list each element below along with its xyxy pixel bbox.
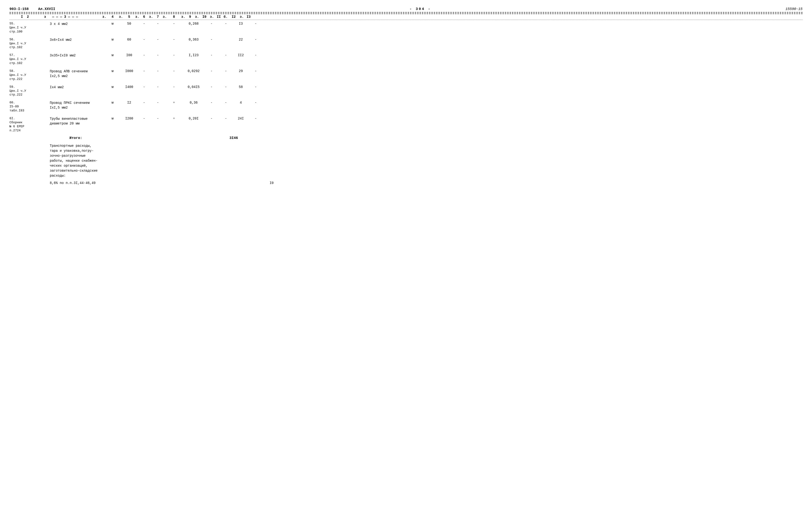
row-unit: м [107,53,118,57]
row-c6: - [153,85,163,89]
page-number: - 304 - [409,7,431,11]
row-description: 3 х 4 мм2 [50,22,102,27]
row-c13: - [251,85,260,89]
column-headers: I 2 з — — — 3 — — — з. 4 з. 5 з. 6 з. 7 … [10,14,802,20]
row-c10: - [221,117,231,120]
row-number: 60. [10,101,15,104]
header-left: 903-I-158 Ал.XXVII [10,7,55,11]
row-c5: - [139,53,149,57]
percent-value: I0 [266,181,277,185]
row-qty: I400 [123,85,135,89]
row-c6: - [153,69,163,73]
row-number: 58. [10,69,15,73]
row-c8: 0,04I5 [185,85,202,89]
row-number-ref: 6I. Сборник№ 6 ЕРЕРп.2724 [10,117,40,133]
row-c8: I,I23 [185,53,202,57]
row-unit: м [107,101,118,104]
row-qty: I200 [123,117,135,120]
col-header-5: 5 [123,15,135,19]
page-header: 903-I-158 Ал.XXVII - 304 - 15590-15 [10,7,802,11]
col-header-12: I2 [228,15,240,19]
row-c6: - [153,117,163,120]
row-c8: 0,0292 [185,69,202,73]
row-ref: Цен.I ч.Устр.100 [10,26,40,34]
row-ref: I5-09табл.I83 [10,105,40,113]
row-number: 59. [10,85,15,89]
row-number-ref: 60. I5-09табл.I83 [10,101,40,113]
table-row: 55. Цен.I ч.Устр.100 3 х 4 мм2 м 50 - - … [10,20,802,36]
table-row: 60. I5-09табл.I83 Провод ПРКС сечениемIх… [10,99,802,115]
row-c9: - [206,22,217,26]
percent-text: 8,6% по п.п.3I,44-46,49 [50,181,140,185]
row-c13: - [251,38,260,42]
col-header-z3: з. [118,15,123,19]
row-c12: 29 [235,69,247,73]
row-c9: - [206,69,217,73]
row-unit: м [107,38,118,42]
total-row: Итого: 3I46 [10,135,802,142]
row-number: 57. [10,53,15,57]
col-header-13: I3 [244,15,253,19]
row-c6: - [153,101,163,104]
col-header-z8: з. [195,15,199,19]
row-c5: - [139,85,149,89]
row-qty: I2 [123,101,135,104]
col-header-7: 7 [153,15,163,19]
table-body: 55. Цен.I ч.Устр.100 3 х 4 мм2 м 50 - - … [10,20,802,135]
row-number-ref: 57. Цен.I ч.Устр.102 [10,53,40,66]
header-divider [10,12,802,13]
row-c12: II2 [235,53,247,57]
row-c12: I3 [235,22,247,26]
row-c6: - [153,22,163,26]
table-row: 6I. Сборник№ 6 ЕРЕРп.2724 Трубы виниплас… [10,115,802,135]
percent-row: 8,6% по п.п.3I,44-46,49 I0 [10,180,802,186]
row-c8: 0,20I [185,117,202,120]
row-number-ref: 58. Цен.I ч.Устр.222 [10,69,40,81]
row-c9: - [206,53,217,57]
row-c9: - [206,117,217,120]
row-c13: - [251,22,260,26]
row-description: 3х35+IхI0 мм2 [50,53,102,58]
col-header-4: 4 [107,15,118,19]
row-qty: 60 [123,38,135,42]
row-c12: 58 [235,85,247,89]
col-header-z6: з. [163,15,167,19]
row-c6: - [153,53,163,57]
row-number: 6I. [10,117,15,120]
row-c9: - [206,38,217,42]
row-description: 3х6+Iх4 мм2 [50,38,102,42]
doc-number: 903-I-158 [10,7,29,11]
col-header-z2: з. [102,15,107,19]
row-c13: - [251,69,260,73]
row-unit: м [107,85,118,89]
row-c8: 0,36 [185,101,202,104]
table-row: 59. Цен.I ч.Устр.222 Iх4 мм2 м I400 - - … [10,83,802,99]
row-c5: - [139,69,149,73]
row-ref: Цен.I ч.Устр.102 [10,42,40,50]
col-header-9: 9 [185,15,195,19]
col-header-z10: б. [223,15,228,19]
row-c7: ÷ [167,117,181,120]
total-value: 3I46 [228,136,240,140]
row-ref: Цен.I ч.Устр.222 [10,73,40,81]
col-header-z9: з. [210,15,214,19]
table-row: 56. Цен.I ч.Устр.102 3х6+Iх4 мм2 м 60 - … [10,36,802,52]
row-number-ref: 59. Цен.I ч.Устр.222 [10,85,40,97]
col-header-8: 8 [167,15,181,19]
row-c5: - [139,22,149,26]
row-c10: - [221,53,231,57]
row-qty: I000 [123,69,135,73]
row-c7: - [167,38,181,42]
row-c5: - [139,117,149,120]
row-c10: - [221,85,231,89]
sheet-ref: Ал.XXVII [38,7,55,11]
row-c8: 0,363 [185,38,202,42]
transport-text: Транспортные расходы, тара и упаковка,по… [50,143,173,178]
row-description: Провод ПРКС сечениемIхI,5 мм2 [50,101,102,110]
row-qty: I00 [123,53,135,57]
row-unit: м [107,69,118,73]
row-number-ref: 56. Цен.I ч.Устр.102 [10,38,40,50]
row-c8: 0,268 [185,22,202,26]
row-ref: Сборник№ 6 ЕРЕРп.2724 [10,121,40,133]
row-unit: м [107,117,118,120]
